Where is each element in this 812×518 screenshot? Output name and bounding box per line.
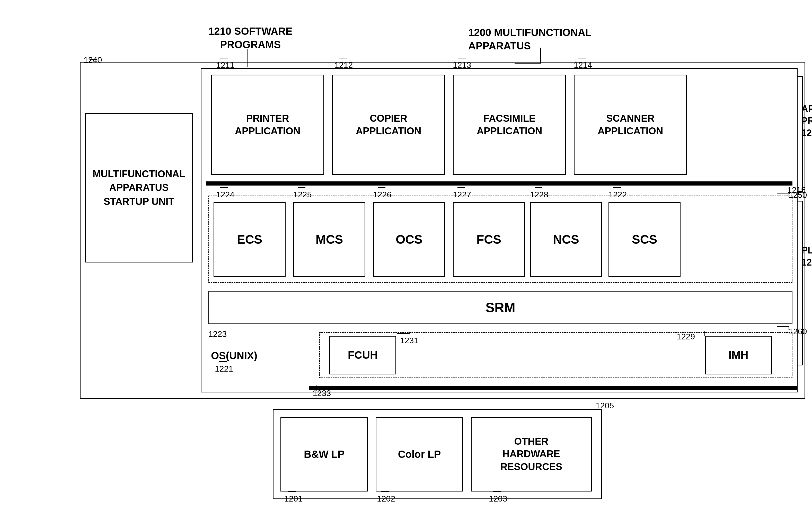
tick-1233-v	[316, 385, 317, 391]
ref-1233: 1233	[313, 388, 331, 398]
ref-1212: 1212	[335, 60, 353, 70]
tick-1205-h	[566, 399, 596, 399]
label-1210: 1210 SOFTWAREPROGRAMS	[208, 24, 293, 51]
box-bw-lp: B&W LP	[281, 417, 368, 491]
tick-1213	[458, 58, 466, 58]
box-copier-app: COPIERAPPLICATION	[332, 75, 445, 175]
box-fcs: FCS	[453, 202, 525, 277]
tick-1202	[381, 491, 389, 492]
tick-1223-v	[212, 327, 212, 332]
tick-1227	[458, 187, 465, 188]
tick-1212	[339, 58, 347, 58]
box-srm: SRM	[208, 291, 792, 324]
diagram: 1200 MULTIFUNCTIONALAPPARATUS 1210 SOFTW…	[0, 0, 812, 518]
ref-1202: 1202	[377, 494, 395, 503]
box-printer-app: PRINTERAPPLICATION	[211, 75, 324, 175]
ref-1211: 1211	[216, 60, 234, 70]
tick-1224	[220, 187, 228, 188]
tick-1223-h	[201, 327, 212, 327]
ref-1225: 1225	[293, 190, 312, 199]
bracket-platform	[798, 201, 803, 366]
tick-1226	[378, 187, 385, 188]
label-app-programs: APPLICATIONPROGRAMS1230	[802, 103, 812, 139]
tick-1205-v	[595, 399, 596, 410]
tick-1228	[534, 187, 542, 188]
ref-1226: 1226	[373, 190, 392, 199]
box-facsimile-app: FACSIMILEAPPLICATION	[453, 75, 566, 175]
tick-1201	[288, 491, 296, 492]
box-ocs: OCS	[373, 202, 445, 277]
bracket-app-programs	[798, 76, 803, 192]
tick-1250	[789, 194, 789, 197]
tick-1229-v	[704, 331, 705, 336]
ref-1223: 1223	[208, 329, 227, 339]
tick-1222	[613, 187, 621, 188]
ref-1201: 1201	[284, 494, 302, 503]
ref-1221: 1221	[215, 364, 233, 374]
label-os-unix: OS(UNIX)	[211, 350, 257, 362]
bar-1233	[309, 386, 798, 390]
arrow-1200	[540, 48, 541, 63]
tick-1260-v	[789, 326, 789, 330]
tick-1250-h	[777, 194, 789, 194]
tick-1231-h	[397, 333, 410, 334]
box-color-lp: Color LP	[376, 417, 463, 491]
label-platform: PLATFORM1220	[802, 244, 812, 269]
tick-1225	[298, 187, 306, 188]
ref-1205: 1205	[596, 401, 614, 410]
ref-1224: 1224	[216, 190, 234, 199]
box-startup-unit: MULTIFUNCTIONALAPPARATUSSTARTUP UNIT	[85, 113, 193, 262]
box-imh: IMH	[705, 336, 772, 374]
tick-1231-v	[397, 333, 397, 338]
tick-1214	[578, 58, 586, 58]
box-scs: SCS	[608, 202, 680, 277]
box-ecs: ECS	[213, 202, 286, 277]
box-mcs: MCS	[293, 202, 365, 277]
tick-1240	[90, 59, 97, 60]
box-scanner-app: SCANNERAPPLICATION	[574, 75, 687, 175]
tick-1215-h	[785, 185, 798, 185]
tick-1260-h	[777, 326, 789, 327]
tick-1229-h	[677, 331, 705, 331]
tick-1211	[220, 58, 228, 58]
tick-1221	[219, 361, 227, 362]
ref-1250: 1250	[789, 191, 807, 200]
ref-1240: 1240	[84, 55, 102, 65]
ref-1228: 1228	[530, 190, 548, 199]
bar-1215	[206, 181, 792, 185]
box-other-hw: OTHERHARDWARERESOURCES	[471, 417, 592, 491]
box-ncs: NCS	[530, 202, 602, 277]
ref-1231: 1231	[400, 336, 418, 345]
ref-1229: 1229	[677, 332, 695, 342]
ref-1203: 1203	[489, 494, 507, 503]
ref-1227: 1227	[453, 190, 471, 199]
tick-1203	[493, 491, 501, 492]
tick-1215-v	[785, 185, 785, 190]
ref-1214: 1214	[574, 60, 592, 70]
box-fcuh: FCUH	[329, 336, 396, 374]
ref-1222: 1222	[608, 190, 627, 199]
label-1200: 1200 MULTIFUNCTIONALAPPARATUS	[468, 26, 591, 53]
ref-1213: 1213	[453, 60, 471, 70]
